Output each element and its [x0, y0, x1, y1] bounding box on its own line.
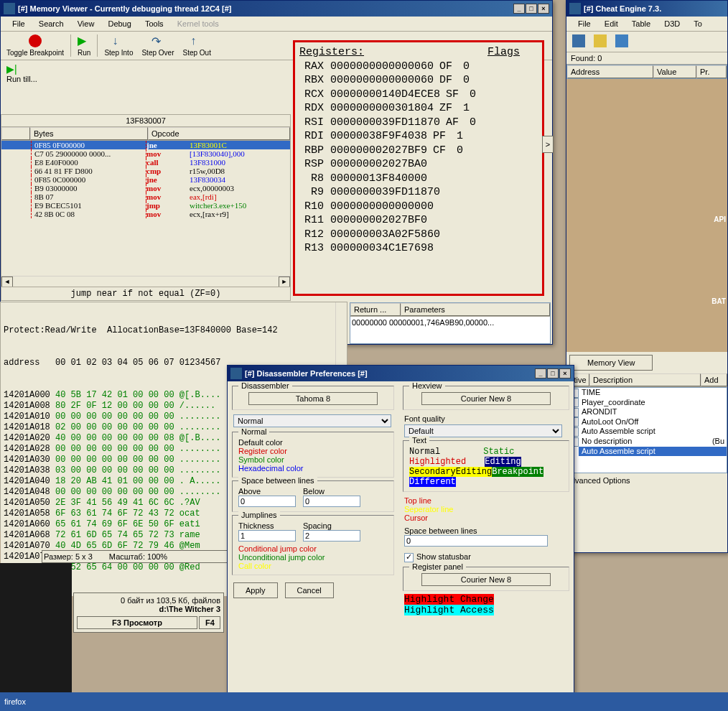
mv-menu-debug[interactable]: Debug: [102, 18, 136, 29]
mv-menu-view[interactable]: View: [72, 18, 101, 29]
apply-button[interactable]: Apply: [233, 582, 278, 598]
label-thickness: Thickness: [238, 521, 296, 530]
disasm-row[interactable]: C7 05 29000000 0000...mov[13F830040],000: [1, 149, 290, 158]
ce-col-address[interactable]: Address: [567, 65, 653, 78]
highlight-access[interactable]: Highlight Access: [404, 605, 494, 615]
register-color-label[interactable]: Register color: [238, 447, 388, 455]
ce-menu-d3d[interactable]: D3D: [658, 18, 686, 29]
close-button[interactable]: ×: [559, 368, 571, 378]
mv-menu-file[interactable]: File: [6, 18, 31, 29]
below-input[interactable]: [303, 496, 360, 507]
list-item-selected[interactable]: Auto Assemble script: [567, 447, 727, 457]
disasm-row[interactable]: 42 8B 0C 08movecx,[rax+r9]: [1, 210, 290, 218]
disasm-row[interactable]: B9 03000000movecx,00000003: [1, 184, 290, 192]
ce-menu-file[interactable]: File: [572, 18, 597, 29]
list-item[interactable]: TIME: [567, 388, 727, 398]
thickness-input[interactable]: [238, 530, 296, 542]
disasm-list[interactable]: 0F85 0F000000jne13F83001CC7 05 29000000 …: [1, 141, 290, 218]
ce-menu-table[interactable]: Table: [626, 18, 656, 29]
taskbar[interactable]: firefox: [0, 692, 728, 711]
minimize-button[interactable]: _: [513, 4, 525, 14]
list-item[interactable]: AutoLoot On/Off: [567, 417, 727, 427]
ce-menu-edit[interactable]: Edit: [599, 18, 624, 29]
maximize-button[interactable]: □: [526, 4, 537, 14]
ce-col-add[interactable]: Add: [701, 373, 727, 386]
text-breakpoint[interactable]: Breakpoint: [492, 467, 543, 477]
default-color-label[interactable]: Default color: [238, 438, 388, 447]
register-row: R9 0000000039FD11870: [299, 185, 538, 200]
col-bytes[interactable]: Bytes: [30, 127, 148, 140]
register-row: R11 000000002027BF0: [299, 213, 538, 228]
disasm-row[interactable]: 66 41 81 FF D800cmpr15w,00D8: [1, 167, 290, 175]
close-button[interactable]: ×: [538, 4, 549, 14]
callstack-row[interactable]: 00000000 00000001,746A9B90,00000...: [350, 317, 550, 328]
memory-view-button[interactable]: Memory View: [569, 355, 653, 371]
col-opcode[interactable]: Opcode: [148, 127, 290, 140]
disasm-font-button[interactable]: Tahoma 8: [248, 392, 378, 405]
disasm-row[interactable]: 0F85 0C000000jne13F830034: [1, 175, 290, 184]
text-secondary[interactable]: SecondaryEditing: [409, 467, 492, 477]
ce-titlebar[interactable]: [#] Cheat Engine 7.3.: [566, 1, 727, 17]
disasm-row[interactable]: 0F85 0F000000jne13F83001C: [1, 141, 290, 149]
disasm-row[interactable]: 8B 07moveax,[rdi]: [1, 192, 290, 201]
register-font-button[interactable]: Courier New 8: [421, 573, 551, 586]
disasm-hscroll[interactable]: ◄►: [1, 276, 290, 287]
disasm-row[interactable]: E8 E40F0000call13F831000: [1, 158, 290, 167]
list-item[interactable]: Player_coordinate: [567, 398, 727, 408]
style-select[interactable]: Normal: [233, 414, 391, 427]
taskbar-item-firefox[interactable]: firefox: [4, 697, 26, 706]
text-editing[interactable]: Editing: [485, 457, 521, 467]
spacing-input[interactable]: [303, 530, 360, 542]
maximize-button[interactable]: □: [547, 368, 559, 378]
step-over-button[interactable]: ↷Step Over: [137, 33, 178, 58]
list-item[interactable]: No description (Bu: [567, 437, 727, 447]
mv-menu-search[interactable]: Search: [33, 18, 70, 29]
mv-menu-tools[interactable]: Tools: [139, 18, 169, 29]
ce-btn-save[interactable]: [611, 33, 633, 50]
expand-registers-button[interactable]: >: [542, 136, 554, 153]
ce-address-list[interactable]: TIME Player_coordinate ARONDIT AutoLoot …: [566, 387, 727, 473]
statusbar-checkbox[interactable]: [404, 553, 414, 562]
step-out-button[interactable]: ↑Step Out: [178, 33, 215, 58]
text-highlighted[interactable]: Highlighted: [409, 457, 466, 467]
cancel-button[interactable]: Cancel: [285, 582, 334, 598]
ce-menu-to[interactable]: To: [688, 18, 708, 29]
hex-color-label[interactable]: Hexadecimal color: [238, 464, 388, 473]
disasm-row[interactable]: E9 BCEC5101jmpwitcher3.exe+150: [1, 201, 290, 210]
ce-col-desc[interactable]: Description: [589, 373, 701, 386]
col-return[interactable]: Return ...: [350, 303, 401, 316]
highlight-change[interactable]: Highlight Change: [404, 594, 494, 605]
ce-btn-process[interactable]: [568, 33, 589, 50]
list-item[interactable]: Auto Assemble script: [567, 427, 727, 437]
run-button[interactable]: ▶Run: [73, 33, 95, 58]
f3-view-button[interactable]: F3 Просмотр: [77, 616, 197, 629]
space-hex-input[interactable]: [404, 535, 548, 547]
symbol-color-label[interactable]: Symbol color: [238, 455, 388, 464]
text-normal[interactable]: Normal: [409, 447, 440, 457]
cond-jump-color[interactable]: Conditional jump color: [238, 544, 388, 553]
ce-col-pr[interactable]: Pr.: [696, 65, 727, 78]
col-params[interactable]: Parameters: [401, 303, 550, 316]
step-into-button[interactable]: ↓Step Into: [100, 33, 137, 58]
sepline-label[interactable]: Seperator line: [404, 505, 568, 514]
call-color[interactable]: Call color: [238, 562, 388, 570]
text-static[interactable]: Static: [483, 447, 514, 457]
toggle-breakpoint-button[interactable]: Toggle Breakpoint: [2, 33, 68, 58]
cursor-label[interactable]: Cursor: [404, 514, 568, 522]
register-row: R8 00000013F840000: [299, 172, 538, 186]
prefs-titlebar[interactable]: [#] Disassembler Preferences [#] _ □ ×: [228, 366, 574, 381]
mv-titlebar[interactable]: [#] Memory Viewer - Currently debugging …: [1, 1, 552, 17]
topline-label[interactable]: Top line: [404, 496, 568, 505]
ce-advanced-options[interactable]: dvanced Options: [566, 473, 727, 488]
text-different[interactable]: Different: [409, 477, 456, 487]
ce-btn-open[interactable]: [589, 33, 611, 50]
above-input[interactable]: [238, 496, 296, 507]
group-jumplines: Jumplines: [238, 511, 280, 519]
ce-col-value[interactable]: Value: [653, 65, 696, 78]
run-till-icon[interactable]: ▶|: [6, 63, 17, 75]
minimize-button[interactable]: _: [535, 368, 546, 378]
f4-button[interactable]: F4: [199, 616, 220, 629]
list-item[interactable]: ARONDIT: [567, 407, 727, 417]
hex-font-button[interactable]: Courier New 8: [421, 392, 551, 405]
uncond-jump-color[interactable]: Unconditional jump color: [238, 553, 388, 562]
